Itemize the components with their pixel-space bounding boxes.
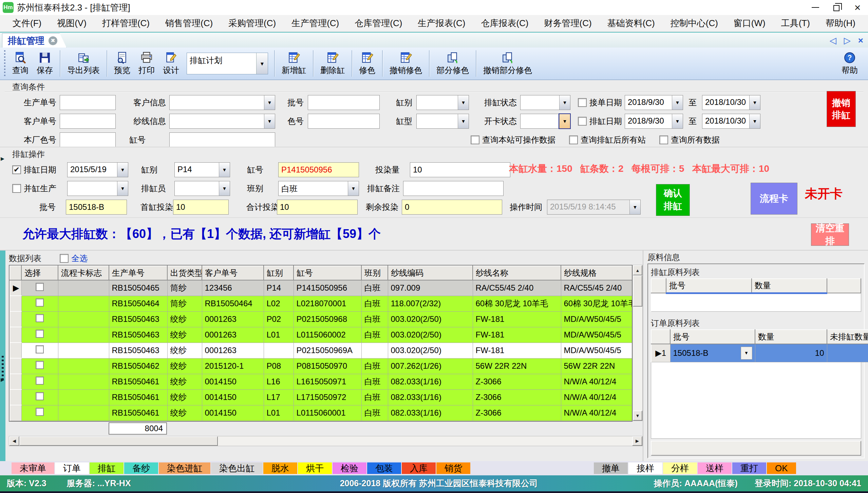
minimize-button[interactable] [805, 0, 826, 15]
horizontal-scrollbar[interactable]: ◀ ▶ [9, 436, 643, 446]
menu-item[interactable]: 文件(F) [5, 15, 49, 32]
tab-scroll-right-icon[interactable]: ▷ [844, 35, 851, 46]
row-select-cell[interactable] [21, 374, 58, 389]
after-vat-checkbox[interactable] [569, 135, 578, 144]
confirm-vat-button[interactable]: 确认 排缸 [656, 184, 690, 216]
row-checkbox[interactable] [36, 392, 44, 400]
op-batch-input[interactable] [66, 200, 127, 215]
vat-date-from-picker[interactable]: 2018/9/30▼ [625, 114, 683, 129]
all-data-checkbox[interactable] [659, 135, 668, 144]
prod-no-input[interactable] [60, 95, 116, 110]
op-vat-no-input[interactable] [278, 162, 359, 177]
recolor-button[interactable]: 修色 [355, 52, 379, 76]
combo-arrow-icon[interactable]: ▼ [117, 181, 128, 196]
row-checkbox[interactable] [36, 330, 44, 338]
combo-arrow-icon[interactable]: ▼ [749, 114, 760, 128]
print-button[interactable]: 打印 [134, 52, 159, 76]
combo-arrow-icon[interactable]: ▼ [264, 95, 275, 110]
help-button[interactable]: ? 帮助 [837, 52, 862, 76]
column-header[interactable]: 出货类型 [167, 266, 202, 280]
query-button[interactable]: 查询 [8, 52, 33, 76]
remark-input[interactable] [403, 181, 504, 196]
tab-close-all-icon[interactable]: × [858, 35, 863, 46]
table-row[interactable]: RB15050464筒纱RB15050464L02L0218070001白班11… [10, 296, 633, 311]
delete-vat-button[interactable]: 删除缸 [316, 52, 349, 76]
toolbar-grip[interactable] [4, 50, 5, 77]
factory-color-input[interactable] [60, 132, 116, 147]
order-date-to-picker[interactable]: 2018/10/30▼ [702, 95, 760, 110]
cust-no-input[interactable] [60, 114, 116, 129]
merge-prod-checkbox[interactable] [12, 184, 21, 193]
table-row[interactable]: RB15050461绞纱0014150L16L1615050971白班082.0… [10, 374, 633, 389]
total-dye-input[interactable] [277, 200, 358, 215]
menu-item[interactable]: 仓库管理(C) [347, 15, 410, 32]
menu-item[interactable]: 窗口(W) [726, 15, 773, 32]
undo-recolor-button[interactable]: 撤销修色 [385, 52, 426, 76]
row-select-cell[interactable] [21, 343, 58, 358]
combo-arrow-icon[interactable]: ▼ [749, 95, 760, 110]
op-vat-class-combobox[interactable]: P14▼ [174, 162, 230, 177]
column-header[interactable]: 纱线名称 [473, 266, 561, 280]
vat-status-combobox[interactable]: ▼ [520, 95, 570, 110]
partial-recolor-button[interactable]: 部分修色 [432, 52, 473, 76]
combo-arrow-icon[interactable]: ▼ [458, 95, 469, 110]
table-row[interactable]: RB15050463绞纱0001263P0215050969A003.020(2… [10, 343, 633, 358]
local-ops-checkbox[interactable] [471, 135, 479, 144]
flow-card-button[interactable]: 流程卡 [751, 183, 797, 215]
row-select-cell[interactable] [21, 327, 58, 343]
row-select-cell[interactable] [21, 405, 58, 421]
menu-item[interactable]: 基础资料(C) [600, 15, 663, 32]
table-row[interactable]: RB15050461绞纱0014150L17L1715050972白班082.0… [10, 389, 633, 405]
collapse-splitter[interactable]: ▶ ▶ [0, 251, 5, 461]
preview-button[interactable]: 预览 [110, 52, 134, 76]
add-vat-button[interactable]: 新增缸 [278, 52, 310, 76]
op-vat-date-picker[interactable]: 2015/5/19▼ [67, 162, 128, 177]
table-row[interactable] [651, 293, 861, 311]
combo-arrow-icon[interactable]: ▼ [348, 181, 359, 196]
design-button[interactable]: 设计 [159, 52, 183, 76]
row-select-cell[interactable] [21, 296, 58, 311]
menu-item[interactable]: 仓库报表(C) [473, 15, 536, 32]
undo-partial-recolor-button[interactable]: 撤销部分修色 [479, 52, 536, 76]
combo-arrow-icon[interactable]: ▼ [741, 347, 752, 360]
column-header[interactable]: 纱线编码 [388, 266, 473, 280]
row-checkbox[interactable] [36, 298, 44, 307]
menu-item[interactable]: 生产管理(C) [284, 15, 347, 32]
column-header[interactable]: 生产单号 [109, 266, 167, 280]
vertical-scrollbar[interactable]: ▲ ▼ [633, 265, 643, 421]
restore-button[interactable] [826, 0, 847, 15]
row-checkbox[interactable] [36, 408, 44, 416]
order-date-from-picker[interactable]: 2018/9/30▼ [625, 95, 683, 110]
menu-item[interactable]: 财务管理(C) [536, 15, 600, 32]
dye-qty-input[interactable] [410, 162, 510, 177]
order-date-checkbox[interactable] [578, 98, 587, 107]
save-button[interactable]: 保存 [33, 52, 57, 76]
scroll-left-icon[interactable]: ◀ [9, 436, 19, 446]
row-checkbox[interactable] [36, 361, 44, 369]
op-vat-date-checkbox[interactable]: ✔ [12, 165, 21, 174]
first-dye-input[interactable] [173, 200, 229, 215]
menu-item[interactable]: 生产报表(C) [410, 15, 473, 32]
clear-rearrange-button[interactable]: 清空重排 [811, 223, 849, 246]
row-checkbox[interactable] [36, 377, 44, 385]
row-select-cell[interactable] [21, 280, 58, 296]
column-header[interactable]: 缸别 [264, 266, 294, 280]
column-header[interactable]: 班别 [361, 266, 388, 280]
close-button[interactable]: × [847, 0, 868, 15]
combo-arrow-icon[interactable]: ▼ [256, 53, 268, 74]
combo-arrow-icon[interactable]: ▼ [559, 114, 570, 128]
menu-item[interactable]: 视图(V) [49, 15, 94, 32]
combo-arrow-icon[interactable]: ▼ [219, 181, 230, 196]
yarn-info-combobox[interactable]: ▼ [169, 114, 275, 129]
column-header[interactable]: 客户单号 [202, 266, 264, 280]
table-row[interactable]: ▶RB15050465筒纱123456P14P1415050956白班097.0… [10, 280, 633, 296]
vertical-scroll-thumb[interactable] [633, 275, 642, 307]
combo-arrow-icon[interactable]: ▼ [219, 163, 230, 177]
menu-item[interactable]: 采购管理(C) [221, 15, 284, 32]
row-checkbox[interactable] [36, 345, 44, 353]
row-select-cell[interactable] [21, 389, 58, 405]
table-row[interactable]: RB15050462绞纱2015120-1P08P0815050970白班007… [10, 358, 633, 374]
remain-dye-input[interactable] [402, 200, 502, 215]
menu-item[interactable]: 帮助(H) [818, 15, 863, 32]
column-header[interactable]: 选择 [21, 266, 58, 280]
